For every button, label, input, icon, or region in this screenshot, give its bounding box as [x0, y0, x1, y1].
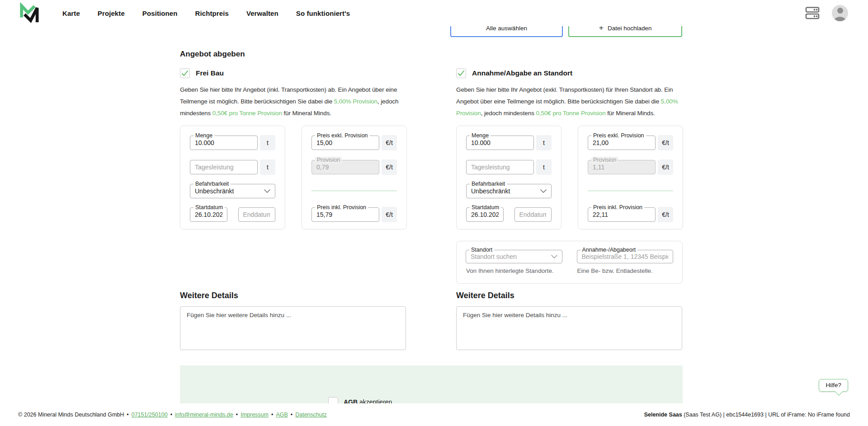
standort-quantity-card: Menge t t Befahrbarkeit Unbeschränkt Sta…	[456, 126, 561, 229]
abgabeort-label: Annahme-/Abgabeort	[580, 247, 638, 253]
frei-bau-checkbox[interactable]	[180, 68, 190, 78]
preis-exkl-input[interactable]	[593, 139, 651, 146]
help-button[interactable]: Hilfe?	[819, 379, 848, 392]
preis-inkl-input[interactable]	[593, 211, 651, 218]
frei-bau-cards: Menge t t Befahrbarkeit Unbeschränkt Sta…	[180, 126, 407, 229]
separator-dot: •	[271, 412, 273, 418]
tonne-provision-link[interactable]: 0,50€ pro Tonne Provision	[212, 110, 282, 117]
provision-link[interactable]: 5,00% Provision	[334, 98, 377, 105]
footer-link-datenschutz[interactable]: Datenschutz	[295, 412, 326, 418]
menge-input[interactable]	[471, 139, 529, 146]
standort-label: Standort	[469, 247, 494, 253]
standort-offer-label: Annahme/Abgabe an Standort	[472, 69, 572, 77]
copyright-text: © 2026 Mineral Minds Deutschland GmbH	[18, 412, 124, 418]
top-navbar: Karte Projekte Positionen Richtpreis Ver…	[0, 0, 868, 26]
standort-helper-text: Von Ihnen hinterlegte Standorte.	[466, 267, 562, 274]
details-title-right: Weitere Details	[456, 291, 514, 300]
befahrbarkeit-value: Unbeschränkt	[195, 187, 261, 195]
nav-item-verwalten[interactable]: Verwalten	[246, 9, 278, 17]
mineral-minds-logo-icon	[18, 3, 39, 23]
server-icon[interactable]	[805, 6, 820, 20]
help-label: Hilfe?	[826, 382, 841, 389]
preis-inkl-field[interactable]: Preis inkl. Provision	[588, 207, 656, 222]
frei-bau-description: Geben Sie hier bitte Ihr Angebot (inkl. …	[180, 84, 408, 119]
unit-tonne: t	[536, 159, 552, 175]
nav-item-richtpreis[interactable]: Richtpreis	[195, 9, 229, 17]
preis-inkl-label: Preis inkl. Provision	[591, 204, 644, 211]
preis-exkl-field[interactable]: Preis exkl. Provision	[588, 136, 656, 150]
preis-exkl-label: Preis exkl. Provision	[315, 132, 370, 139]
footer-link-phone[interactable]: 07151/250100	[132, 412, 168, 418]
nav-item-karte[interactable]: Karte	[62, 9, 80, 17]
unit-eur-per-tonne: €/t	[658, 135, 673, 150]
standort-description: Geben Sie hier bitte Ihr Angebot (exkl. …	[456, 84, 684, 119]
details-textarea-left[interactable]	[180, 306, 406, 350]
preis-exkl-field[interactable]: Preis exkl. Provision	[311, 136, 379, 150]
footer-link-agb[interactable]: AGB	[276, 412, 288, 418]
standort-select[interactable]: Standort Standort suchen	[466, 250, 562, 263]
price-divider	[588, 191, 673, 191]
startdatum-field[interactable]: Startdatum	[466, 207, 504, 222]
startdatum-input[interactable]	[471, 211, 499, 218]
befahrbarkeit-select[interactable]: Befahrbarkeit Unbeschränkt	[466, 184, 552, 198]
tagesleistung-field[interactable]	[466, 160, 534, 174]
tagesleistung-field[interactable]	[190, 160, 258, 174]
unit-eur-per-tonne: €/t	[382, 135, 397, 150]
menge-field[interactable]: Menge	[190, 136, 258, 150]
nav-item-so-funktionierts[interactable]: So funktioniert's	[296, 9, 350, 17]
footer-link-email[interactable]: info@mineral-minds.de	[175, 412, 233, 418]
unit-tonne: t	[536, 135, 552, 150]
unit-tonne: t	[260, 159, 275, 175]
check-icon	[181, 70, 189, 76]
footer-right-text: Selenide Saas (Saas Test AG) | ebc1544e1…	[644, 412, 850, 418]
abgabeort-input[interactable]	[582, 253, 669, 260]
enddatum-field[interactable]	[514, 207, 552, 222]
footer-app-info: (Saas Test AG) | ebc1544e1693 | URL of i…	[682, 412, 850, 418]
frei-bau-label: Frei Bau	[196, 69, 224, 77]
standort-offer-checkbox[interactable]	[456, 68, 466, 78]
tagesleistung-input[interactable]	[471, 164, 529, 171]
nav-item-positionen[interactable]: Positionen	[142, 9, 178, 17]
provision-field: Provision	[311, 160, 379, 174]
standort-cards: Menge t t Befahrbarkeit Unbeschränkt Sta…	[456, 126, 683, 229]
chevron-down-icon	[551, 255, 557, 258]
standort-checkbox-row: Annahme/Abgabe an Standort	[456, 68, 684, 79]
preis-exkl-input[interactable]	[316, 139, 374, 146]
desc-text: für Mineral Minds.	[282, 110, 331, 117]
enddatum-field[interactable]	[238, 207, 276, 222]
details-title-left: Weitere Details	[180, 291, 238, 300]
tonne-provision-link[interactable]: 0,50€ pro Tonne Provision	[536, 110, 605, 117]
user-avatar[interactable]	[832, 5, 848, 21]
startdatum-label: Startdatum	[193, 204, 225, 211]
enddatum-input[interactable]	[243, 211, 271, 218]
startdatum-field[interactable]: Startdatum	[190, 207, 227, 222]
check-icon	[458, 70, 465, 76]
startdatum-input[interactable]	[195, 211, 222, 218]
befahrbarkeit-select[interactable]: Befahrbarkeit Unbeschränkt	[190, 184, 275, 198]
frei-bau-price-card: Preis exkl. Provision €/t Provision €/t …	[302, 126, 407, 229]
preis-exkl-label: Preis exkl. Provision	[591, 132, 646, 139]
abgabeort-group: Annahme-/Abgabeort Eine Be- bzw. Entlade…	[577, 250, 674, 274]
abgabeort-field[interactable]: Annahme-/Abgabeort	[577, 250, 674, 263]
footer: © 2026 Mineral Minds Deutschland GmbH • …	[0, 403, 868, 426]
enddatum-input[interactable]	[519, 211, 547, 218]
nav-item-projekte[interactable]: Projekte	[98, 9, 125, 17]
startdatum-label: Startdatum	[470, 204, 501, 211]
menge-field[interactable]: Menge	[466, 136, 534, 150]
offer-column-standort: Annahme/Abgabe an Standort Geben Sie hie…	[456, 68, 684, 119]
unit-tonne: t	[260, 135, 275, 150]
footer-left: © 2026 Mineral Minds Deutschland GmbH • …	[18, 412, 327, 418]
details-textarea-right[interactable]	[456, 306, 682, 350]
standort-price-card: Preis exkl. Provision €/t Provision €/t …	[578, 126, 683, 229]
standort-group: Standort Standort suchen Von Ihnen hinte…	[466, 250, 562, 274]
brand-logo[interactable]	[18, 2, 40, 24]
tagesleistung-input[interactable]	[195, 164, 253, 171]
footer-link-impressum[interactable]: Impressum	[241, 412, 269, 418]
chevron-down-icon	[540, 189, 547, 193]
unit-eur-per-tonne: €/t	[382, 159, 397, 175]
preis-inkl-input[interactable]	[316, 211, 374, 218]
menge-input[interactable]	[195, 139, 253, 146]
provision-label: Provision	[315, 157, 342, 164]
provision-input	[316, 164, 374, 171]
preis-inkl-field[interactable]: Preis inkl. Provision	[311, 207, 379, 222]
